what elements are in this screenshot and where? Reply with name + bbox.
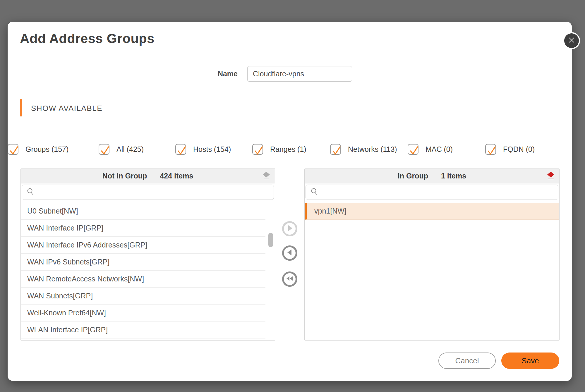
in-group-header: In Group 1 items xyxy=(305,169,559,183)
search-input[interactable] xyxy=(306,185,558,200)
filter-label: Groups (157) xyxy=(25,145,68,154)
add-address-groups-dialog: Add Address Groups Name SHOW AVAILABLE A… xyxy=(8,22,572,381)
filter-checkbox[interactable]: Ranges (1) xyxy=(252,138,306,160)
list-item-label: WAN RemoteAccess Networks[NW] xyxy=(27,275,144,283)
list-item[interactable]: U0 Subnet[NW] xyxy=(21,203,265,220)
filter-checkbox[interactable]: All (425) xyxy=(99,138,144,160)
section-title: SHOW AVAILABLE xyxy=(31,104,102,113)
arrow-right-icon xyxy=(284,222,296,235)
checkbox-icon xyxy=(485,144,496,155)
list-item[interactable]: vpn1[NW] xyxy=(305,203,559,220)
panel-title: In Group xyxy=(398,172,428,180)
scrollbar-track-divider xyxy=(266,203,266,340)
list-item-label: WAN Subnets[GRP] xyxy=(27,292,93,300)
clear-group-button[interactable] xyxy=(546,172,555,180)
move-right-button[interactable] xyxy=(282,221,297,236)
search-input[interactable] xyxy=(22,185,274,200)
checkbox-icon xyxy=(175,144,186,155)
list-item[interactable]: Well-Known Pref64[NW] xyxy=(21,305,265,321)
list-item-label: Well-Known Pref64[NW] xyxy=(27,309,106,317)
list-item[interactable]: WAN RemoteAccess Networks[NW] xyxy=(21,271,265,288)
list-item-label: vpn1[NW] xyxy=(314,207,346,215)
filter-label: Hosts (154) xyxy=(193,145,231,154)
filter-checkbox-row: All (425) Hosts (154) Ranges (1) xyxy=(8,138,572,160)
checkbox-icon xyxy=(8,144,18,155)
move-left-button[interactable] xyxy=(282,245,297,261)
filter-label: Ranges (1) xyxy=(270,145,306,154)
checkbox-icon xyxy=(408,144,418,155)
list-item-label: WAN Interface IPv6 Addresses[GRP] xyxy=(27,241,147,249)
list-item-label: WAN IPv6 Subnets[GRP] xyxy=(27,258,109,266)
save-button[interactable]: Save xyxy=(501,353,559,369)
name-field[interactable] xyxy=(247,66,352,82)
arrow-left-icon xyxy=(284,247,296,259)
close-button[interactable] xyxy=(563,32,580,49)
eraser-icon xyxy=(547,171,555,181)
close-icon xyxy=(568,36,575,45)
double-arrow-left-icon xyxy=(284,273,296,286)
panel-title: Not in Group xyxy=(102,172,147,180)
list-item[interactable]: WAN Interface IPv6 Addresses[GRP] xyxy=(21,237,265,254)
panel-item-count: 1 items xyxy=(441,172,466,180)
filter-label: MAC (0) xyxy=(426,145,453,154)
eraser-icon xyxy=(262,171,270,181)
in-group-list: vpn1[NW] xyxy=(305,203,559,340)
checkbox-icon xyxy=(330,144,341,155)
scrollbar-thumb[interactable] xyxy=(268,233,273,247)
filter-checkbox[interactable]: Networks (113) xyxy=(330,138,397,160)
list-item[interactable]: WAN Interface IP[GRP] xyxy=(21,220,265,237)
filter-label: FQDN (0) xyxy=(503,145,535,154)
in-group-panel: In Group 1 items xyxy=(304,169,560,341)
section-accent-bar xyxy=(20,99,22,116)
list-item-label: WAN Interface IP[GRP] xyxy=(27,224,103,232)
list-item[interactable]: WLAN Interface IP[GRP] xyxy=(21,321,265,338)
list-item[interactable]: WAN Subnets[GRP] xyxy=(21,288,265,305)
filter-label: Networks (113) xyxy=(348,145,397,154)
filter-checkbox[interactable]: MAC (0) xyxy=(408,138,453,160)
list-item-label: U0 Subnet[NW] xyxy=(27,207,78,215)
list-item-label: WLAN Interface IP[GRP] xyxy=(27,326,108,334)
filter-checkbox[interactable]: Groups (157) xyxy=(8,138,68,160)
not-in-group-header: Not in Group 424 items xyxy=(21,169,275,183)
name-label: Name xyxy=(189,70,238,78)
page-title: Add Address Groups xyxy=(20,31,155,46)
list-item[interactable]: WAN IPv6 Subnets[GRP] xyxy=(21,254,265,271)
panel-item-count: 424 items xyxy=(160,172,193,180)
clear-selection-button[interactable] xyxy=(262,172,271,180)
not-in-group-panel: Not in Group 424 items xyxy=(20,169,275,341)
checkbox-icon xyxy=(99,144,109,155)
filter-label: All (425) xyxy=(116,145,144,154)
move-all-left-button[interactable] xyxy=(282,271,297,287)
cancel-button[interactable]: Cancel xyxy=(438,353,496,369)
filter-checkbox[interactable]: Hosts (154) xyxy=(175,138,231,160)
filter-checkbox[interactable]: FQDN (0) xyxy=(485,138,535,160)
checkbox-icon xyxy=(252,144,263,155)
not-in-group-list: U0 Subnet[NW] WAN Interface IP[GRP] WAN … xyxy=(21,203,265,340)
